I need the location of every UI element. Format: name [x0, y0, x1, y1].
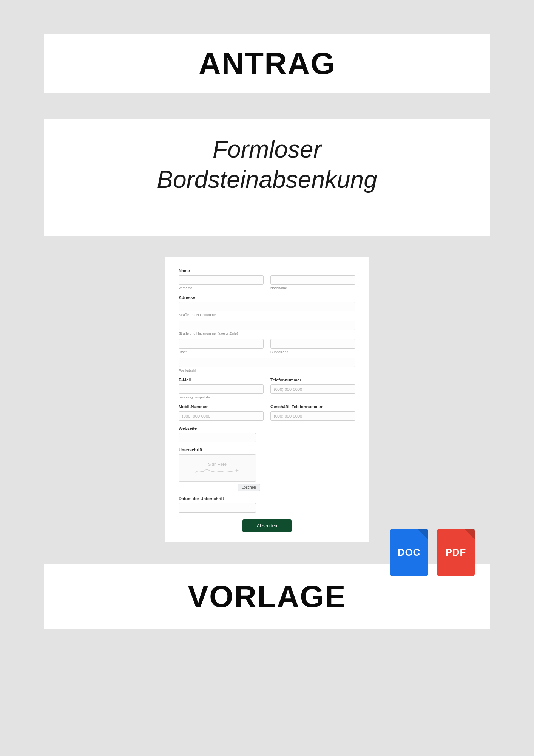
website-label: Webseite [179, 426, 355, 431]
phone-input[interactable] [270, 384, 355, 394]
mobile-input[interactable] [179, 411, 264, 421]
form-card: Name Vorname Nachname Adresse Straße und… [165, 257, 369, 542]
page-title: ANTRAG [199, 46, 336, 81]
signature-scribble-icon [195, 468, 240, 474]
doc-label: DOC [398, 547, 421, 558]
email-example: beispiel@beispiel.de [179, 395, 264, 399]
website-input[interactable] [179, 433, 256, 442]
street1-input[interactable] [179, 302, 355, 311]
doc-fold-icon [417, 529, 428, 539]
firstname-sublabel: Vorname [179, 286, 264, 290]
contact-row1: E-Mail beispiel@beispiel.de Telefonnumme… [179, 378, 355, 399]
lastname-input[interactable] [270, 275, 355, 285]
contact-row2: Mobil-Nummer Geschäftl. Telefonnummer [179, 404, 355, 421]
lastname-sublabel: Nachname [270, 286, 355, 290]
email-label: E-Mail [179, 378, 264, 382]
firstname-input[interactable] [179, 275, 264, 285]
postal-sublabel: Postleitzahl [179, 369, 355, 372]
phone-label: Telefonnummer [270, 378, 355, 382]
header-card: ANTRAG [44, 34, 490, 93]
postal-input[interactable] [179, 358, 355, 367]
clear-signature-button[interactable]: Löschen [238, 484, 260, 491]
submit-button[interactable]: Absenden [242, 519, 292, 532]
street1-sublabel: Straße und Hausnummer [179, 313, 355, 317]
pdf-label: PDF [446, 547, 466, 558]
state-sublabel: Bundesland [270, 350, 355, 354]
signature-label: Unterschrift [179, 448, 355, 452]
subtitle-card: Formloser Bordsteinabsenkung [44, 119, 490, 236]
signature-section: Unterschrift Sign Here Löschen [179, 448, 355, 491]
name-section: Name Vorname Nachname [179, 268, 355, 290]
website-section: Webseite [179, 426, 355, 442]
city-sublabel: Stadt [179, 350, 264, 354]
sigdate-section: Datum der Unterschrift [179, 496, 355, 513]
doc-file-icon[interactable]: DOC [390, 529, 428, 576]
email-input[interactable] [179, 384, 264, 394]
signature-placeholder: Sign Here [195, 462, 240, 474]
subtitle-text: Formloser Bordsteinabsenkung [157, 134, 377, 195]
signature-pad[interactable]: Sign Here [179, 454, 256, 482]
pdf-fold-icon [464, 529, 475, 539]
pdf-file-icon[interactable]: PDF [437, 529, 475, 576]
footer-title: VORLAGE [188, 579, 346, 614]
address-section: Adresse Straße und Hausnummer Straße und… [179, 295, 355, 372]
city-input[interactable] [179, 339, 264, 349]
sigdate-input[interactable] [179, 503, 256, 513]
sigdate-label: Datum der Unterschrift [179, 496, 355, 501]
workphone-input[interactable] [270, 411, 355, 421]
state-input[interactable] [270, 339, 355, 349]
sign-here-text: Sign Here [208, 462, 227, 466]
subtitle-line1: Formloser [213, 136, 321, 163]
file-icons: DOC PDF [390, 529, 475, 576]
mobile-label: Mobil-Nummer [179, 404, 264, 409]
address-label: Adresse [179, 295, 355, 300]
subtitle-line2: Bordsteinabsenkung [157, 166, 377, 193]
workphone-label: Geschäftl. Telefonnummer [270, 404, 355, 409]
street2-sublabel: Straße und Hausnummer (zweite Zeile) [179, 332, 355, 335]
name-label: Name [179, 268, 355, 273]
street2-input[interactable] [179, 321, 355, 330]
